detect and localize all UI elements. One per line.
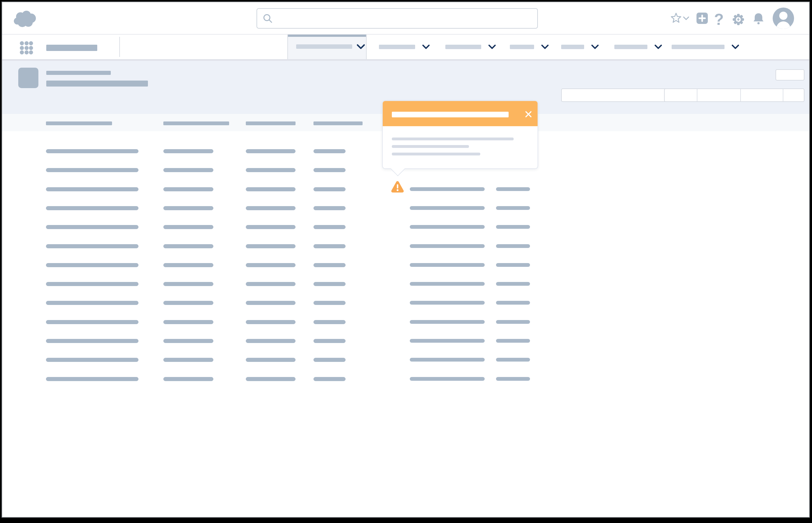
list-cell-bar (46, 339, 139, 343)
column-header-bar[interactable] (313, 122, 363, 125)
list-cell-bar (46, 301, 139, 305)
list-cell-bar (313, 263, 346, 267)
search-icon (262, 13, 273, 24)
chevron-down-icon[interactable] (422, 44, 430, 50)
close-icon[interactable] (524, 110, 533, 118)
list-cell-bar (410, 282, 485, 286)
setup-gear-icon[interactable] (733, 14, 744, 25)
favorites-chevron-icon[interactable] (683, 16, 689, 21)
favorites-star-icon[interactable] (670, 12, 682, 24)
search-input[interactable] (273, 14, 537, 23)
waffle-dot (29, 46, 33, 50)
list-cell-bar (410, 339, 485, 343)
chevron-down-icon[interactable] (732, 44, 739, 50)
user-avatar[interactable] (773, 7, 794, 29)
list-cell-bar (46, 187, 139, 191)
list-cell-bar (496, 339, 530, 343)
help-icon[interactable]: ? (714, 12, 724, 28)
popover-text-placeholder (392, 138, 513, 140)
toolbar-button-1[interactable] (665, 89, 698, 101)
list-cell-bar (246, 244, 295, 248)
nav-tab-dropdown-3[interactable] (510, 35, 549, 59)
list-cell-bar (246, 301, 295, 305)
list-cell-bar (410, 206, 485, 210)
list-cell-bar (246, 282, 295, 286)
list-cell-bar (163, 187, 213, 191)
list-cell-bar (246, 339, 295, 343)
chevron-down-icon[interactable] (541, 44, 549, 50)
list-cell-bar (313, 301, 346, 305)
chevron-down-icon[interactable] (591, 44, 599, 50)
toolbar-search-input[interactable] (561, 88, 666, 102)
list-cell-bar (496, 320, 530, 324)
page-subtitle-placeholder (46, 80, 148, 87)
toolbar-button-3[interactable] (741, 89, 783, 101)
nav-divider (119, 37, 120, 57)
list-cell-bar (246, 225, 295, 229)
waffle-dot (24, 46, 29, 50)
popover-title-placeholder (392, 112, 509, 118)
warning-triangle-icon[interactable] (391, 180, 404, 193)
list-cell-bar (410, 244, 485, 248)
list-cell-bar (163, 206, 213, 210)
list-cell-bar (163, 377, 213, 381)
column-header-bar[interactable] (163, 122, 229, 125)
list-cell-bar (313, 244, 346, 248)
list-cell-bar (46, 320, 139, 324)
nav-tab-label-placeholder (445, 45, 481, 49)
popover-text-placeholder (392, 145, 469, 148)
page-title-placeholder (46, 71, 111, 75)
toolbar-button-group (664, 88, 805, 102)
notifications-bell-icon[interactable] (753, 12, 764, 25)
nav-tab-dropdown-4[interactable] (561, 35, 599, 59)
list-cell-bar (163, 168, 213, 172)
list-cell-bar (410, 187, 485, 191)
chevron-down-icon[interactable] (357, 44, 365, 50)
column-header-bar[interactable] (46, 122, 112, 125)
list-cell-bar (313, 187, 346, 191)
list-cell-bar (496, 187, 530, 191)
active-tab-strip (288, 35, 366, 37)
nav-tab-label-placeholder (561, 45, 584, 49)
chevron-down-icon[interactable] (488, 44, 496, 50)
list-cell-bar (496, 282, 530, 286)
nav-tab-active[interactable] (287, 35, 367, 59)
waffle-dot (20, 41, 24, 45)
list-cell-bar (496, 263, 530, 267)
global-add-icon[interactable] (697, 13, 708, 24)
list-cell-bar (496, 301, 530, 305)
global-header: ? (2, 2, 809, 35)
list-cell-bar (496, 225, 530, 229)
nav-tab-dropdown-6[interactable] (672, 35, 739, 59)
column-header-bar[interactable] (246, 122, 295, 125)
toolbar-button-4[interactable] (783, 89, 804, 101)
waffle-dot (20, 46, 24, 50)
list-cell-bar (246, 168, 295, 172)
list-cell-bar (410, 320, 485, 324)
list-cell-bar (246, 320, 295, 324)
nav-tab-dropdown-1[interactable] (379, 35, 430, 59)
list-cell-bar (163, 358, 213, 362)
list-cell-bar (313, 339, 346, 343)
nav-tab-dropdown-5[interactable] (614, 35, 662, 59)
list-cell-bar (163, 339, 213, 343)
list-cell-bar (410, 301, 485, 305)
header-action-button[interactable] (775, 69, 805, 80)
list-cell-bar (163, 244, 213, 248)
list-cell-bar (496, 244, 530, 248)
chevron-down-icon[interactable] (654, 44, 662, 50)
app-window: ? (2, 2, 810, 518)
nav-tab-label-placeholder (614, 45, 647, 49)
list-cell-bar (313, 358, 346, 362)
list-cell-bar (246, 206, 295, 210)
nav-tab-label-placeholder (379, 45, 415, 49)
list-body (2, 131, 809, 517)
app-launcher-icon[interactable] (20, 41, 33, 54)
list-cell-bar (246, 358, 295, 362)
list-cell-bar (246, 187, 295, 191)
toolbar-button-2[interactable] (698, 89, 741, 101)
list-cell-bar (496, 377, 530, 381)
nav-tab-dropdown-2[interactable] (445, 35, 496, 59)
waffle-dot (29, 41, 33, 45)
global-search[interactable] (256, 8, 538, 29)
